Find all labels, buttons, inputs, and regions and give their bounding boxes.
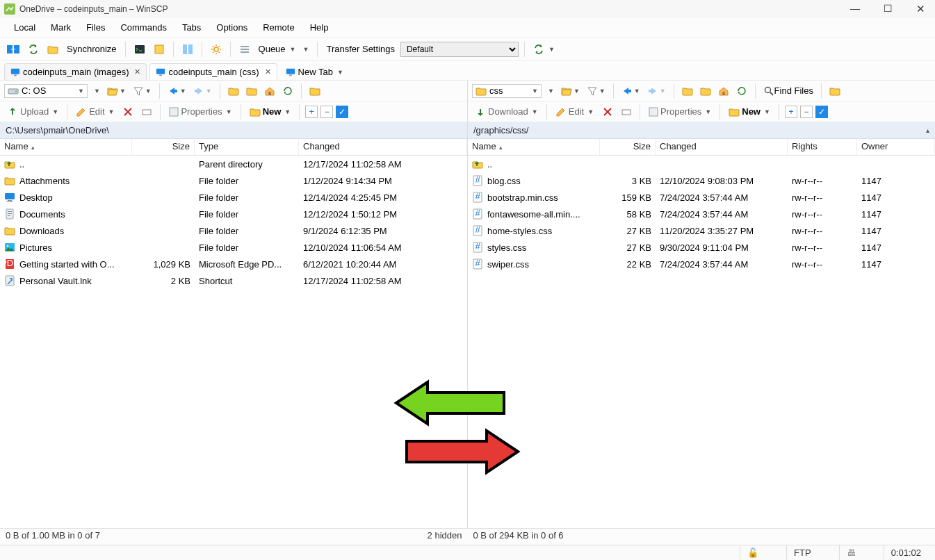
col-changed[interactable]: Changed [656,139,788,155]
col-rights[interactable]: Rights [788,139,857,155]
file-row[interactable]: DocumentsFile folder12/12/2024 1:50:12 P… [0,206,467,222]
remote-back-icon[interactable]: ▼ [619,84,642,98]
compare-icon[interactable] [25,42,42,56]
remote-new-button[interactable]: New▼ [726,105,773,119]
local-file-list[interactable]: ..Parent directory12/17/2024 11:02:58 AM… [0,156,467,528]
rename-icon[interactable] [139,106,154,118]
bookmark-icon[interactable] [307,84,323,98]
file-row[interactable]: ..Parent directory12/17/2024 11:02:58 AM [0,156,467,172]
menu-mark[interactable]: Mark [45,21,76,34]
svg-rect-39 [241,51,249,53]
remote-root-icon[interactable] [698,84,713,98]
transfer-settings-select[interactable]: Default [400,42,519,57]
download-button[interactable]: Download▼ [472,105,541,119]
remote-delete-icon[interactable] [599,105,616,119]
session-tab-1[interactable]: codeinputs_main (css)✕ [149,63,277,80]
remote-select-all-icon[interactable]: + [785,106,797,118]
svg-rect-38 [241,49,249,50]
select-all-icon[interactable]: + [305,106,318,118]
menu-help[interactable]: Help [304,21,334,34]
remote-edit-button[interactable]: Edit▼ [553,105,596,119]
minimize-button[interactable]: — [845,3,865,15]
tab-close-icon[interactable]: ✕ [134,67,140,76]
col-type[interactable]: Type [195,139,299,155]
refresh-local-icon[interactable] [280,84,295,98]
upload-button[interactable]: Upload▼ [4,105,61,119]
remote-properties-button[interactable]: Properties▼ [646,105,714,118]
menu-options[interactable]: Options [211,21,253,34]
forward-icon[interactable]: ▼ [191,84,214,98]
synchronize-button[interactable]: Synchronize [64,42,120,56]
file-row[interactable]: swiper.css22 KB7/24/2024 3:57:44 AMrw-r-… [468,256,935,272]
log-icon[interactable]: 🖶 [839,545,863,560]
tab-close-icon[interactable]: ✕ [265,67,271,76]
home-icon[interactable] [262,84,277,98]
edit-button[interactable]: Edit▼ [73,105,117,119]
file-row[interactable]: blog.css3 KB12/10/2024 9:08:03 PMrw-r--r… [468,172,935,189]
layout-icon[interactable] [179,42,196,56]
sync-browse-icon[interactable] [4,42,22,56]
col-size[interactable]: Size [600,139,656,155]
remote-bookmark-icon[interactable] [827,84,843,98]
back-icon[interactable]: ▼ [165,84,188,98]
remote-select-none-icon[interactable]: − [800,106,813,118]
file-row[interactable]: AttachmentsFile folder1/12/2024 9:14:34 … [0,172,467,189]
console-icon[interactable] [131,42,148,56]
file-row[interactable]: Personal Vault.lnk2 KBShortcut12/17/2024… [0,272,467,289]
invert-select-icon[interactable]: ✓ [336,106,348,118]
file-row[interactable]: DesktopFile folder12/14/2024 4:25:45 PM [0,189,467,206]
remote-rename-icon[interactable] [619,106,634,118]
menu-tabs[interactable]: Tabs [177,21,206,34]
remote-parent-icon[interactable] [680,84,695,98]
remote-filter-icon[interactable]: ▼ [585,84,608,98]
col-changed[interactable]: Changed [299,139,467,155]
queue-icon[interactable] [236,42,253,56]
open-folder-icon[interactable]: ▼ [105,84,128,98]
filter-icon[interactable]: ▼ [131,84,154,98]
file-row[interactable]: DownloadsFile folder9/1/2024 6:12:35 PM [0,222,467,239]
close-button[interactable]: ✕ [911,3,931,15]
col-owner[interactable]: Owner [857,139,935,155]
session-tab-0[interactable]: codeinputs_main (images)✕ [4,63,147,80]
file-row[interactable]: Getting started with O...1,029 KBMicroso… [0,256,467,272]
remote-home-icon[interactable] [716,84,731,98]
file-row[interactable]: styles.css27 KB9/30/2024 9:11:04 PMrw-r-… [468,239,935,256]
remote-forward-icon[interactable]: ▼ [645,84,668,98]
remote-refresh-icon[interactable] [734,84,749,98]
select-none-icon[interactable]: − [320,106,333,118]
root-folder-icon[interactable] [244,84,259,98]
delete-icon[interactable] [120,105,136,119]
remote-file-list[interactable]: ..blog.css3 KB12/10/2024 9:08:03 PMrw-r-… [468,156,935,528]
remote-path-bar[interactable]: /graphics/css/ ▴ [468,122,935,139]
file-row[interactable]: fontawesome-all.min....58 KB7/24/2024 3:… [468,206,935,222]
preferences-icon[interactable] [208,42,225,56]
col-name[interactable]: Name▴ [468,139,600,155]
parent-folder-icon[interactable] [226,84,241,98]
menu-commands[interactable]: Commands [115,21,172,34]
col-size[interactable]: Size [132,139,195,155]
file-row[interactable]: PicturesFile folder12/10/2024 11:06:54 A… [0,239,467,256]
remote-dir-select[interactable]: css ▼ [472,84,542,98]
refresh-icon[interactable]: ▼ [530,42,558,56]
remote-history-dropdown[interactable]: ▼ [546,86,556,96]
remote-open-folder-icon[interactable]: ▼ [559,84,582,98]
local-path-bar[interactable]: C:\Users\pmair\OneDrive\ [0,122,467,139]
new-button[interactable]: New▼ [247,105,294,119]
menu-files[interactable]: Files [81,21,111,34]
file-row[interactable]: .. [468,156,935,172]
menu-remote[interactable]: Remote [257,21,300,34]
maximize-button[interactable]: ☐ [878,3,898,15]
drive-history-dropdown[interactable]: ▼ [92,86,102,96]
sync-folder-icon[interactable] [44,42,61,56]
menu-local[interactable]: Local [8,21,41,34]
col-name[interactable]: Name▴ [0,139,132,155]
remote-invert-select-icon[interactable]: ✓ [815,106,828,118]
properties-button[interactable]: Properties▼ [166,105,234,118]
new-tab-button[interactable]: New Tab ▼ [280,64,349,80]
find-files-button[interactable]: Find Files [761,84,815,98]
local-drive-select[interactable]: C: OS ▼ [4,84,88,98]
extension-icon[interactable] [151,42,168,56]
queue-button[interactable]: Queue▼▼ [256,42,312,56]
file-row[interactable]: bootstrap.min.css159 KB7/24/2024 3:57:44… [468,189,935,206]
file-row[interactable]: home-styles.css27 KB11/20/2024 3:35:27 P… [468,222,935,239]
